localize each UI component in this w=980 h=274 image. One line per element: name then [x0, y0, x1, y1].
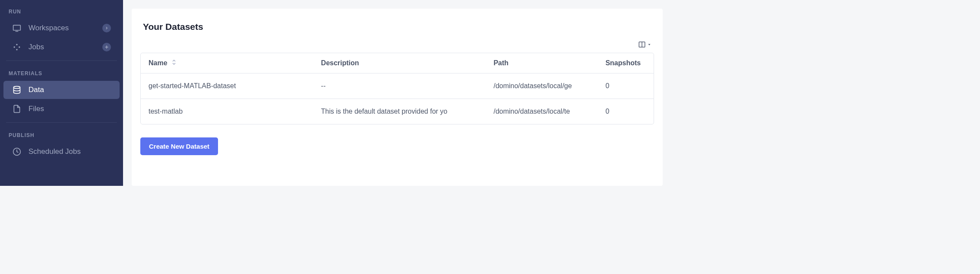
cell-description: This is the default dataset provided for…: [313, 99, 486, 124]
sidebar: RUN Workspaces Jobs MATERIALS Data Files: [0, 0, 123, 186]
svg-point-2: [14, 46, 15, 48]
sidebar-item-label: Workspaces: [28, 24, 102, 32]
sidebar-item-label: Files: [28, 105, 111, 113]
svg-point-5: [16, 49, 17, 50]
clock-icon: [12, 147, 22, 156]
svg-point-8: [14, 86, 20, 89]
svg-marker-12: [648, 44, 651, 45]
content-card: Your Datasets Name Descri: [132, 9, 663, 186]
sidebar-divider: [6, 122, 117, 123]
sidebar-item-workspaces[interactable]: Workspaces: [3, 19, 120, 37]
table-row[interactable]: get-started-MATLAB-dataset -- /domino/da…: [141, 73, 654, 99]
sidebar-item-data[interactable]: Data: [3, 81, 120, 99]
cell-snapshots: 0: [597, 99, 654, 124]
main-content: Your Datasets Name Descri: [123, 0, 671, 186]
file-icon: [12, 104, 22, 114]
cell-description: --: [313, 73, 486, 99]
svg-point-3: [16, 44, 17, 45]
column-header-path[interactable]: Path: [486, 53, 597, 73]
chevron-right-icon: [102, 24, 111, 32]
database-icon: [12, 85, 22, 95]
cell-name: get-started-MATLAB-dataset: [141, 73, 313, 99]
cell-snapshots: 0: [597, 73, 654, 99]
sidebar-section-run: RUN: [0, 3, 123, 18]
sidebar-item-label: Scheduled Jobs: [28, 147, 111, 156]
column-label: Name: [149, 59, 168, 67]
column-header-description[interactable]: Description: [313, 53, 486, 73]
column-header-name[interactable]: Name: [141, 53, 313, 73]
sidebar-divider: [6, 61, 117, 61]
sidebar-section-materials: MATERIALS: [0, 65, 123, 80]
sidebar-item-label: Data: [28, 86, 111, 94]
cell-name: test-matlab: [141, 99, 313, 124]
plus-icon[interactable]: [102, 43, 111, 51]
jobs-icon: [12, 42, 22, 52]
create-new-dataset-button[interactable]: Create New Dataset: [140, 137, 218, 155]
svg-rect-0: [13, 25, 21, 30]
table-row[interactable]: test-matlab This is the default dataset …: [141, 99, 654, 124]
page-title: Your Datasets: [140, 22, 654, 32]
column-header-snapshots[interactable]: Snapshots: [597, 53, 654, 73]
sidebar-item-files[interactable]: Files: [3, 100, 120, 118]
cell-path: /domino/datasets/local/te: [486, 99, 597, 124]
cell-path: /domino/datasets/local/ge: [486, 73, 597, 99]
table-header-row: Name Description Path Snapshots: [141, 53, 654, 73]
sort-icon: [172, 59, 176, 67]
monitor-icon: [12, 23, 22, 33]
sidebar-item-scheduled-jobs[interactable]: Scheduled Jobs: [3, 143, 120, 161]
svg-point-4: [19, 46, 20, 48]
datasets-table: Name Description Path Snapshots get-star…: [140, 53, 654, 124]
topbar-spacer: [132, 0, 663, 9]
columns-toggle-icon[interactable]: [638, 41, 651, 48]
sidebar-item-label: Jobs: [28, 43, 102, 51]
sidebar-item-jobs[interactable]: Jobs: [3, 38, 120, 56]
table-controls: [140, 41, 654, 48]
sidebar-section-publish: PUBLISH: [0, 127, 123, 142]
